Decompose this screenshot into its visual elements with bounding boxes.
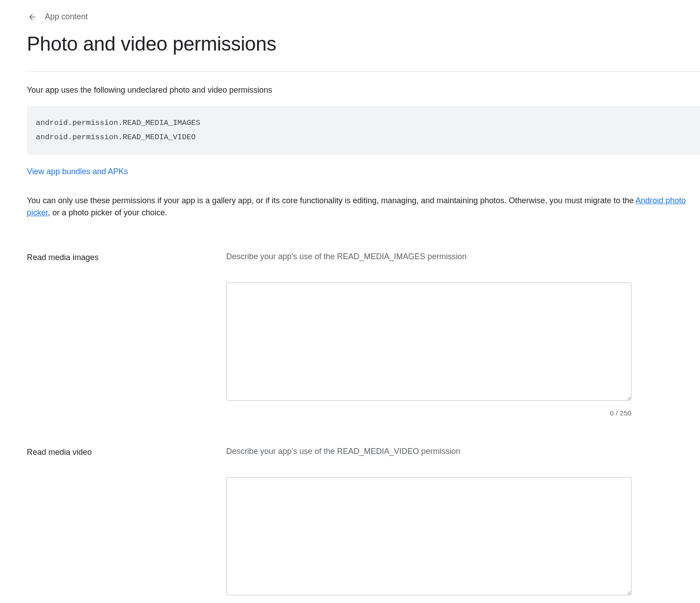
permissions-code-block: android.permission.READ_MEDIA_IMAGES and… <box>27 106 700 155</box>
images-char-counter: 0 / 250 <box>226 408 631 419</box>
images-field-description: Describe your app's use of the READ_MEDI… <box>226 251 631 263</box>
explanation-prefix: You can only use these permissions if yo… <box>27 196 636 205</box>
images-section-label: Read media images <box>27 252 226 264</box>
divider <box>27 71 700 72</box>
breadcrumb: App content <box>27 11 700 23</box>
video-section-label: Read media video <box>27 446 226 458</box>
video-field-description: Describe your app's use of the READ_MEDI… <box>226 445 631 458</box>
video-description-input[interactable] <box>226 477 631 595</box>
intro-text: Your app uses the following undeclared p… <box>27 84 700 96</box>
page-title: Photo and video permissions <box>27 29 700 59</box>
explanation-suffix: , or a photo picker of your choice. <box>48 208 167 217</box>
back-arrow-icon[interactable] <box>27 12 38 22</box>
view-bundles-link[interactable]: View app bundles and APKs <box>27 166 128 178</box>
images-description-input[interactable] <box>226 282 631 401</box>
read-media-images-section: Read media images Describe your app's us… <box>27 251 700 419</box>
breadcrumb-label[interactable]: App content <box>45 11 88 23</box>
read-media-video-section: Read media video Describe your app's use… <box>27 445 700 603</box>
explanation-text: You can only use these permissions if yo… <box>27 195 700 220</box>
